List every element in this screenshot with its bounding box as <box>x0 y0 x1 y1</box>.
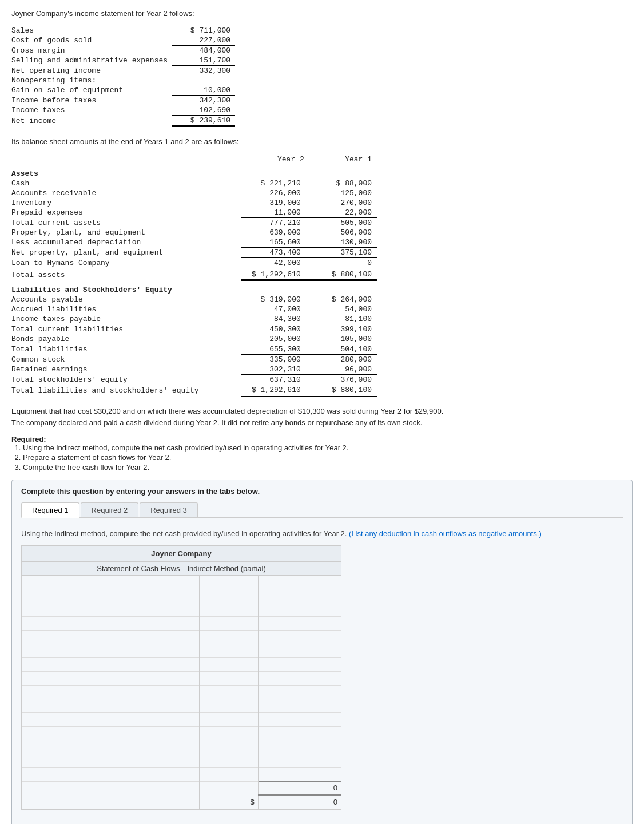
form-row <box>22 576 341 589</box>
form-mid-input-13[interactable] <box>203 756 255 766</box>
form-row <box>22 699 341 712</box>
form-row <box>22 630 341 644</box>
tab-required-2[interactable]: Required 2 <box>81 502 139 517</box>
form-row <box>22 603 341 616</box>
tab-required-1[interactable]: Required 1 <box>21 502 79 518</box>
form-val-input-13[interactable] <box>262 756 337 766</box>
form-total-row: 0 <box>22 781 341 795</box>
form-row <box>22 767 341 781</box>
form-desc-input-5[interactable] <box>25 646 196 656</box>
form-mid-input-4[interactable] <box>203 632 255 642</box>
required-header: Required: <box>11 435 633 443</box>
form-val-input-14[interactable] <box>262 770 337 779</box>
form-total-mid[interactable] <box>203 783 255 793</box>
form-dollar-row: $0 <box>22 795 341 809</box>
form-dollar-desc[interactable] <box>25 797 196 807</box>
form-row <box>22 712 341 726</box>
complete-box: Complete this question by entering your … <box>11 480 633 824</box>
form-desc-input-7[interactable] <box>25 674 196 683</box>
instruction-highlight: (List any deduction in cash outflows as … <box>349 529 542 538</box>
form-mid-input-3[interactable] <box>203 619 255 628</box>
income-statement: Sales$ 711,000Cost of goods sold227,000G… <box>11 26 633 127</box>
form-mid-input-1[interactable] <box>203 591 255 601</box>
form-val-input-7[interactable] <box>262 674 337 683</box>
form-val-input-3[interactable] <box>262 619 337 628</box>
form-row <box>22 616 341 630</box>
form-desc-input-12[interactable] <box>25 742 196 752</box>
form-desc-input-1[interactable] <box>25 591 196 601</box>
form-mid-input-9[interactable] <box>203 701 255 711</box>
form-desc-input-0[interactable] <box>25 577 196 587</box>
form-val-input-1[interactable] <box>262 591 337 601</box>
form-mid-input-7[interactable] <box>203 674 255 683</box>
tab-required-3[interactable]: Required 3 <box>140 502 198 517</box>
form-mid-input-6[interactable] <box>203 660 255 670</box>
required-item: Compute the free cash flow for Year 2. <box>23 463 633 472</box>
tab-content: Using the indirect method, compute the n… <box>21 524 623 824</box>
form-desc-input-4[interactable] <box>25 632 196 642</box>
required-item: Using the indirect method, compute the n… <box>23 443 633 452</box>
form-val-input-9[interactable] <box>262 701 337 711</box>
narrative-paragraph: Equipment that had cost $30,200 and on w… <box>11 406 633 417</box>
form-desc-input-3[interactable] <box>25 619 196 628</box>
intro-text: Joyner Company's income statement for Ye… <box>11 9 633 18</box>
form-val-input-10[interactable] <box>262 715 337 724</box>
form-val-input-5[interactable] <box>262 646 337 656</box>
form-val-input-8[interactable] <box>262 687 337 697</box>
form-desc-input-9[interactable] <box>25 701 196 711</box>
form-dollar-sign: $ <box>199 795 258 809</box>
complete-title: Complete this question by entering your … <box>21 487 623 496</box>
required-item: Prepare a statement of cash flows for Ye… <box>23 453 633 462</box>
form-total-value: 0 <box>258 781 341 795</box>
form-row <box>22 754 341 767</box>
form-desc-input-13[interactable] <box>25 756 196 766</box>
form-desc-input-10[interactable] <box>25 715 196 724</box>
form-row <box>22 726 341 740</box>
form-mid-input-11[interactable] <box>203 728 255 738</box>
form-mid-input-2[interactable] <box>203 605 255 615</box>
form-mid-input-14[interactable] <box>203 770 255 779</box>
form-val-input-6[interactable] <box>262 660 337 670</box>
form-val-input-11[interactable] <box>262 728 337 738</box>
form-desc-input-8[interactable] <box>25 687 196 697</box>
form-val-input-4[interactable] <box>262 632 337 642</box>
form-total-desc[interactable] <box>25 783 196 793</box>
balance-intro: Its balance sheet amounts at the end of … <box>11 137 633 146</box>
form-row <box>22 644 341 657</box>
tab-instruction: Using the indirect method, compute the n… <box>21 528 623 540</box>
form-desc-input-11[interactable] <box>25 728 196 738</box>
form-mid-input-5[interactable] <box>203 646 255 656</box>
form-mid-input-12[interactable] <box>203 742 255 752</box>
form-row <box>22 657 341 671</box>
form-table-subheader: Statement of Cash Flows—Indirect Method … <box>22 562 341 576</box>
form-mid-input-8[interactable] <box>203 687 255 697</box>
form-val-input-0[interactable] <box>262 577 337 587</box>
form-row <box>22 685 341 699</box>
form-row <box>22 589 341 603</box>
narrative-paragraph: The company declared and paid a cash div… <box>11 417 633 429</box>
tabs-row: Required 1Required 2Required 3 <box>21 502 623 518</box>
form-desc-input-6[interactable] <box>25 660 196 670</box>
balance-sheet: Year 2Year 1AssetsCash$ 221,210$ 88,000A… <box>11 154 633 397</box>
form-table-wrapper: Joyner Company Statement of Cash Flows—I… <box>21 545 341 810</box>
form-mid-input-10[interactable] <box>203 715 255 724</box>
required-section: Required: Using the indirect method, com… <box>11 435 633 472</box>
form-desc-input-14[interactable] <box>25 770 196 779</box>
form-dollar-value: 0 <box>258 795 341 809</box>
form-desc-input-2[interactable] <box>25 605 196 615</box>
form-mid-input-0[interactable] <box>203 577 255 587</box>
form-val-input-2[interactable] <box>262 605 337 615</box>
form-val-input-12[interactable] <box>262 742 337 752</box>
narrative: Equipment that had cost $30,200 and on w… <box>11 406 633 428</box>
form-row <box>22 671 341 685</box>
form-row <box>22 740 341 754</box>
form-table-header: Joyner Company <box>22 546 341 562</box>
